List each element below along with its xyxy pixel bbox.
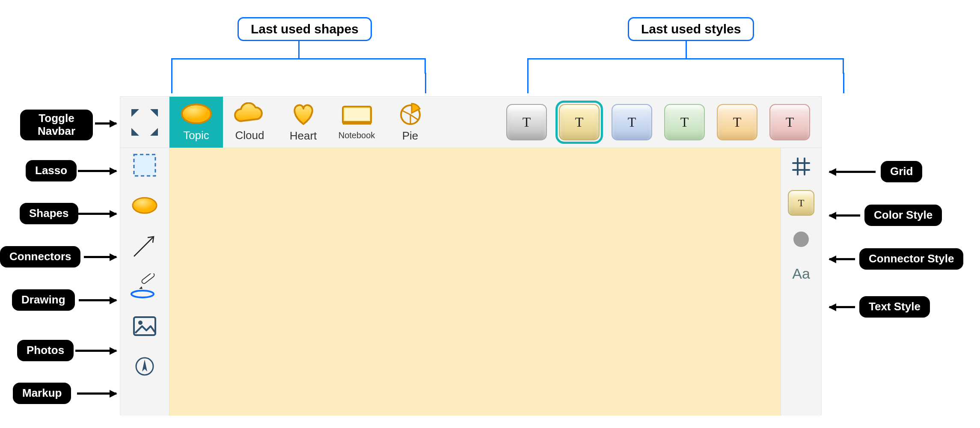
callout-lasso: Lasso bbox=[26, 160, 77, 181]
callout-drawing: Drawing bbox=[12, 289, 75, 311]
svg-point-19 bbox=[138, 321, 143, 325]
callout-lead bbox=[77, 392, 116, 395]
callout-lead bbox=[78, 170, 116, 172]
markup-tool[interactable] bbox=[128, 354, 162, 379]
callout-stem bbox=[686, 41, 687, 58]
draw-icon bbox=[130, 273, 160, 298]
shape-topic[interactable]: Topic bbox=[169, 97, 223, 148]
svg-point-21 bbox=[793, 232, 809, 247]
svg-rect-16 bbox=[141, 273, 155, 284]
callout-lead bbox=[79, 299, 116, 301]
callout-lead bbox=[829, 306, 855, 308]
grid-icon bbox=[792, 158, 810, 175]
markup-icon bbox=[134, 356, 155, 377]
heart-icon bbox=[290, 102, 317, 128]
callout-bracket-styles bbox=[527, 58, 844, 74]
connectors-tool[interactable] bbox=[128, 233, 162, 259]
bracket-leg bbox=[425, 73, 426, 93]
shape-label: Topic bbox=[183, 129, 209, 142]
arrow-icon bbox=[131, 232, 158, 259]
callout-connector-style: Connector Style bbox=[859, 248, 963, 270]
svg-marker-0 bbox=[131, 109, 139, 117]
svg-rect-6 bbox=[343, 121, 371, 125]
ellipse-icon bbox=[179, 102, 214, 127]
style-swatch-red[interactable]: T bbox=[766, 101, 814, 144]
callout-stem bbox=[298, 41, 300, 58]
callout-photos: Photos bbox=[17, 340, 74, 361]
notebook-icon bbox=[340, 104, 374, 129]
bracket-leg bbox=[843, 73, 844, 93]
callout-lead bbox=[78, 213, 116, 215]
swatch-letter: T bbox=[559, 104, 600, 140]
swatch-letter: T bbox=[717, 104, 757, 140]
photo-icon bbox=[133, 316, 157, 336]
callout-lead bbox=[75, 350, 116, 352]
fullscreen-icon bbox=[130, 107, 160, 137]
svg-rect-18 bbox=[134, 317, 155, 335]
svg-line-11 bbox=[410, 115, 418, 120]
shape-label: Cloud bbox=[235, 129, 264, 142]
svg-line-14 bbox=[134, 238, 153, 256]
last-used-styles: TTTTTT bbox=[503, 97, 821, 148]
style-swatch-orange[interactable]: T bbox=[713, 101, 761, 144]
callout-toggle-navbar: Toggle Navbar bbox=[20, 110, 93, 140]
lasso-tool[interactable] bbox=[128, 152, 162, 178]
lasso-icon bbox=[132, 153, 157, 178]
bracket-leg bbox=[527, 73, 529, 93]
callout-bracket-shapes bbox=[171, 58, 426, 74]
callout-text-style: Text Style bbox=[859, 296, 930, 318]
right-toolbar: T Aa bbox=[781, 148, 821, 416]
callout-lead bbox=[829, 214, 860, 217]
pie-icon bbox=[398, 102, 422, 128]
shape-notebook[interactable]: Notebook bbox=[330, 97, 383, 148]
style-swatch-grey[interactable]: T bbox=[503, 101, 550, 144]
color-style-button[interactable]: T bbox=[788, 190, 814, 216]
toggle-navbar-button[interactable] bbox=[120, 97, 169, 148]
last-used-shapes: TopicCloudHeartNotebookPie bbox=[169, 97, 437, 148]
ellipse-icon bbox=[131, 196, 158, 215]
swatch-letter: T bbox=[612, 104, 652, 140]
svg-rect-7 bbox=[344, 108, 369, 120]
top-toolbar: TopicCloudHeartNotebookPie TTTTTT bbox=[120, 97, 821, 148]
callout-shapes: Shapes bbox=[20, 203, 78, 224]
style-swatch-green[interactable]: T bbox=[661, 101, 708, 144]
style-swatch-blue[interactable]: T bbox=[608, 101, 656, 144]
svg-line-10 bbox=[402, 110, 410, 115]
drawing-tool[interactable] bbox=[128, 273, 162, 299]
shape-heart[interactable]: Heart bbox=[276, 97, 330, 148]
callout-lead bbox=[829, 258, 855, 260]
callout-grid: Grid bbox=[881, 161, 922, 182]
svg-marker-3 bbox=[150, 128, 158, 136]
callout-last-used-styles: Last used styles bbox=[628, 17, 754, 41]
text-style-label: Aa bbox=[792, 265, 810, 282]
grid-button[interactable] bbox=[784, 156, 818, 177]
callout-last-used-shapes: Last used shapes bbox=[238, 17, 372, 41]
connector-style-button[interactable] bbox=[784, 229, 818, 250]
swatch-letter: T bbox=[769, 104, 810, 140]
svg-marker-2 bbox=[131, 128, 139, 136]
swatch-letter: T bbox=[664, 104, 705, 140]
shape-label: Pie bbox=[402, 129, 419, 143]
callout-connectors: Connectors bbox=[0, 246, 80, 268]
svg-point-15 bbox=[131, 291, 154, 297]
color-style-swatch: T bbox=[788, 190, 814, 216]
shape-label: Notebook bbox=[339, 131, 375, 140]
shape-pie[interactable]: Pie bbox=[383, 97, 437, 148]
shape-label: Heart bbox=[290, 129, 317, 143]
svg-rect-12 bbox=[134, 155, 155, 176]
callout-color-style: Color Style bbox=[864, 205, 942, 226]
photos-tool[interactable] bbox=[128, 313, 162, 339]
left-toolbar bbox=[120, 148, 169, 416]
circle-icon bbox=[791, 229, 811, 249]
cloud-icon bbox=[232, 102, 267, 127]
callout-markup: Markup bbox=[13, 383, 71, 404]
style-swatch-yellow[interactable]: T bbox=[555, 101, 603, 144]
canvas[interactable] bbox=[169, 148, 781, 416]
callout-lead bbox=[84, 256, 116, 258]
svg-point-13 bbox=[133, 198, 157, 213]
shapes-tool[interactable] bbox=[128, 193, 162, 218]
svg-marker-17 bbox=[139, 286, 143, 289]
shape-cloud[interactable]: Cloud bbox=[223, 97, 276, 148]
app-window: TopicCloudHeartNotebookPie TTTTTT bbox=[120, 96, 822, 415]
text-style-button[interactable]: Aa bbox=[784, 263, 818, 284]
